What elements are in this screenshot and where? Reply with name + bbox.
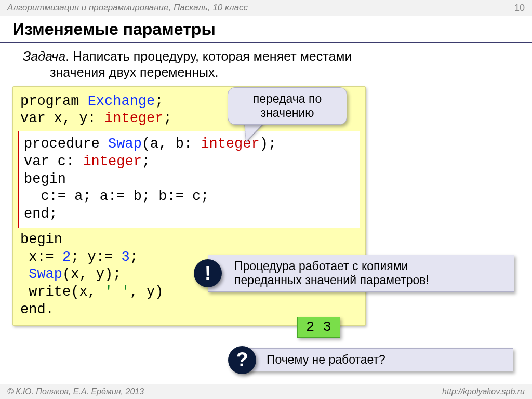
- exclamation-icon: !: [194, 259, 222, 287]
- info-box-question: ? Почему не работает?: [242, 348, 513, 371]
- callout-line-2: значению: [234, 106, 340, 120]
- page-number: 10: [514, 3, 525, 14]
- info-text: Почему не работает?: [267, 353, 506, 367]
- task-statement: Задача. Написать процедуру, которая меня…: [12, 48, 520, 84]
- code-line: var c: integer;: [24, 153, 354, 171]
- callout-line-1: передача по: [234, 92, 340, 106]
- callout-bubble: передача по значению: [228, 87, 347, 125]
- code-line: end;: [24, 206, 354, 223]
- breadcrumb: Алгоритмизация и программирование, Паска…: [7, 3, 248, 13]
- page-title: Изменяемые параметры: [12, 20, 520, 39]
- question-icon: ?: [228, 346, 256, 374]
- task-text-2: значения двух переменных.: [23, 64, 520, 81]
- task-label: Задача: [23, 49, 65, 63]
- code-inner-box: procedure Swap(a, b: integer); var c: in…: [18, 131, 360, 228]
- info-line-2: переданных значений параметров!: [234, 273, 507, 287]
- code-line: end.: [20, 301, 358, 319]
- code-line: begin: [24, 171, 354, 189]
- info-box-copies: ! Процедура работает с копиями переданны…: [208, 255, 514, 292]
- output-box: 2 3: [297, 317, 340, 338]
- copyright: © К.Ю. Поляков, Е.А. Ерёмин, 2013: [7, 387, 144, 396]
- slide-header: Алгоритмизация и программирование, Паска…: [0, 0, 532, 16]
- code-line: begin: [20, 231, 358, 249]
- code-line: procedure Swap(a, b: integer);: [24, 136, 354, 153]
- slide-footer: © К.Ю. Поляков, Е.А. Ерёмин, 2013 http:/…: [0, 384, 532, 399]
- title-bar: Изменяемые параметры: [0, 16, 532, 43]
- code-line: c:= a; a:= b; b:= c;: [24, 188, 354, 206]
- task-text-1: . Написать процедуру, которая меняет мес…: [65, 49, 352, 63]
- info-line-1: Процедура работает с копиями: [234, 259, 507, 273]
- footer-url: http://kpolyakov.spb.ru: [442, 387, 525, 396]
